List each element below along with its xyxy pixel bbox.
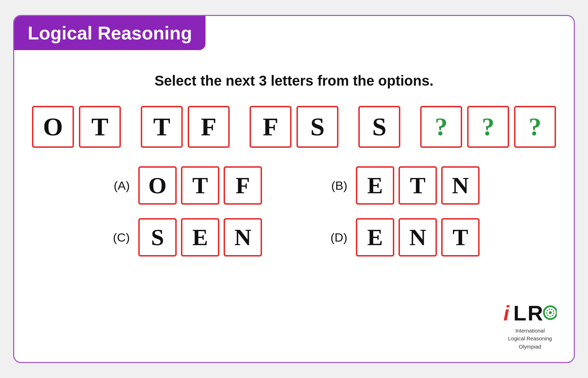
options-area: (A) O T F (B) E T N xyxy=(14,166,574,256)
seq-box-2: T xyxy=(141,106,183,148)
seq-box-7: ? xyxy=(420,106,462,148)
svg-text:i: i xyxy=(503,301,510,325)
option-c-label: (C) xyxy=(108,231,130,244)
svg-text:L: L xyxy=(513,301,526,325)
seq-box-0: O xyxy=(32,106,74,148)
sequence-row: O T T F F S S ? ? ? xyxy=(32,106,556,148)
option-d-label: (D) xyxy=(326,231,347,244)
option-b-boxes: E T N xyxy=(356,166,480,205)
header-title: Logical Reasoning xyxy=(28,23,192,43)
option-b-box-2: N xyxy=(441,166,480,205)
svg-text:R: R xyxy=(528,301,543,325)
option-c-box-1: E xyxy=(181,218,219,256)
seq-box-5: S xyxy=(296,106,338,148)
ilro-logo-svg: i L R xyxy=(503,300,557,328)
option-b-box-1: T xyxy=(399,166,437,205)
option-a-group: (A) O T F xyxy=(108,166,262,205)
seq-box-8: ? xyxy=(467,106,509,148)
option-a-box-0: O xyxy=(138,166,177,205)
option-d-box-1: N xyxy=(399,218,437,256)
main-content: Select the next 3 letters from the optio… xyxy=(14,16,574,256)
option-d-boxes: E N T xyxy=(356,218,480,256)
option-c-group: (C) S E N xyxy=(108,218,262,256)
main-card: Logical Reasoning Select the next 3 lett… xyxy=(13,15,575,363)
ilro-logo-area: i L R International Logical Reasoning Ol… xyxy=(503,300,557,351)
option-b-box-0: E xyxy=(356,166,394,205)
header-banner: Logical Reasoning xyxy=(14,16,205,50)
option-d-box-2: T xyxy=(441,218,480,256)
seq-box-4: F xyxy=(250,106,292,148)
seq-box-1: T xyxy=(79,106,121,148)
question-text: Select the next 3 letters from the optio… xyxy=(155,73,434,89)
option-c-box-0: S xyxy=(138,218,177,256)
option-a-box-1: T xyxy=(181,166,219,205)
option-a-label: (A) xyxy=(108,179,130,193)
option-a-boxes: O T F xyxy=(138,166,262,205)
option-b-label: (B) xyxy=(326,179,347,193)
seq-box-9: ? xyxy=(514,106,556,148)
option-d-box-0: E xyxy=(356,218,394,256)
logo-org-name: International Logical Reasoning Olympiad xyxy=(508,327,552,351)
seq-box-3: F xyxy=(188,106,230,148)
svg-point-5 xyxy=(549,311,552,314)
options-row-2: (C) S E N (D) E N T xyxy=(50,218,538,256)
options-row-1: (A) O T F (B) E T N xyxy=(50,166,538,205)
seq-box-6: S xyxy=(358,106,400,148)
option-b-group: (B) E T N xyxy=(326,166,480,205)
option-d-group: (D) E N T xyxy=(326,218,480,256)
option-c-boxes: S E N xyxy=(138,218,262,256)
option-a-box-2: F xyxy=(224,166,262,205)
option-c-box-2: N xyxy=(224,218,262,256)
